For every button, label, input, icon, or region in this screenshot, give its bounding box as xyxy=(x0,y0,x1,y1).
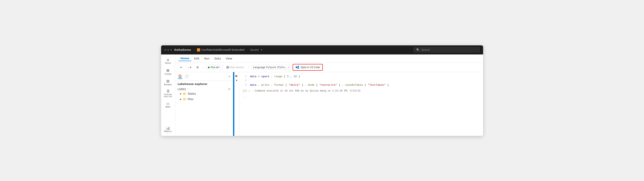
check-icon: ✓ xyxy=(248,89,250,93)
vscode-icon xyxy=(296,65,299,69)
saved-caret: ▾ xyxy=(261,49,262,51)
collapse-panel-btn[interactable]: « xyxy=(228,75,230,78)
apps-icon: ⚏ xyxy=(166,102,170,105)
lh-row: LH001 ♡ ⇄ xyxy=(175,87,233,91)
cell-expand-button[interactable]: ▾ xyxy=(236,79,238,82)
search-icon: 🔍 xyxy=(416,48,420,51)
right-panel: Home Edit Run Data View ✏ ↓ ▾ ⚙ xyxy=(175,55,483,136)
sidebar-label-home: Home xyxy=(165,62,171,64)
title-sep-1: | xyxy=(194,48,194,51)
files-label: Files xyxy=(188,98,194,101)
line-num-3: 3 xyxy=(242,83,247,87)
sidebar-item-browse[interactable]: ⊞ Browse xyxy=(162,78,174,87)
menu-item-edit[interactable]: Edit xyxy=(192,56,202,61)
code-section: ▶ ▾ 1 data = spark . range xyxy=(233,72,483,136)
dot-2 xyxy=(167,49,169,51)
files-caret-icon: ▶ xyxy=(180,98,182,100)
settings-btn[interactable]: ⚙ xyxy=(194,65,200,70)
menu-item-run[interactable]: Run xyxy=(202,56,212,61)
sidebar-label-metrics: Metrics xyxy=(164,130,172,132)
language-caret-icon: ▾ xyxy=(288,66,289,68)
metrics-icon: 📊 xyxy=(166,126,170,130)
line-num-1: 1 xyxy=(242,75,247,79)
sidebar-item-home[interactable]: ⌂ Home xyxy=(162,56,174,66)
dots-line: ... xyxy=(242,94,480,100)
open-vscode-label: Open in VS Code xyxy=(300,66,320,69)
run-all-label: Run all xyxy=(211,66,218,69)
explorer-panel: 🏠 📄 « Lakehouse explorer LH001 ♡ ⇄ ▶ 📁 xyxy=(175,72,233,136)
language-value: PySpark (Pytho... xyxy=(266,66,288,69)
line-num-2: 2 xyxy=(242,79,247,83)
lh-name: LH001 xyxy=(178,88,186,91)
tables-label: Tables xyxy=(188,92,196,95)
download-caret-icon: ▾ xyxy=(190,66,191,69)
output-text: - Command executed in 19 sec 608 ms by Q… xyxy=(252,89,360,93)
main-content: ⌂ Home ⊕ Create ⊞ Browse 🗄 OneLake data … xyxy=(161,55,483,136)
language-key: Language xyxy=(253,66,265,69)
menu-item-home[interactable]: Home xyxy=(178,56,191,61)
title-bar: DeltaDemo | 🛡 Confidential\Microsoft Ext… xyxy=(161,45,483,55)
code-line-1: 1 data = spark . range ( 5 , 10 xyxy=(242,75,480,79)
sidebar-label-create: Create xyxy=(164,73,171,75)
saved-label: Saved xyxy=(250,48,258,51)
window-dots xyxy=(164,49,172,51)
explorer-title: Lakehouse explorer xyxy=(175,82,233,87)
toolbar: ✏ ↓ ▾ ⚙ ▶ Run all ▾ Stop session xyxy=(175,63,483,72)
sidebar-label-browse: Browse xyxy=(164,83,172,86)
gear-icon: ⚙ xyxy=(196,66,199,69)
create-icon: ⊕ xyxy=(166,68,170,73)
open-vscode-button[interactable]: Open in VS Code xyxy=(293,64,322,71)
code-line-3: 3 data . write . format ( "delta" ) . xyxy=(242,83,480,87)
browse-icon: ⊞ xyxy=(166,79,170,83)
sidebar: ⌂ Home ⊕ Create ⊞ Browse 🗄 OneLake data … xyxy=(161,55,175,136)
dot-1 xyxy=(164,49,166,51)
code-content-1: data = spark . range ( 5 , 10 ) xyxy=(250,75,300,79)
cell-controls: ▶ ▾ xyxy=(234,72,239,136)
lh-refresh-icon[interactable]: ⇄ xyxy=(228,88,230,91)
play-icon: ▶ xyxy=(208,66,210,69)
menu-bar: Home Edit Run Data View xyxy=(175,55,483,63)
stop-session-button[interactable]: Stop session xyxy=(224,65,246,70)
lakehouse-icon-btn[interactable]: 🏠 xyxy=(178,74,182,79)
download-btn[interactable]: ↓ ▾ xyxy=(186,65,193,70)
sidebar-item-apps[interactable]: ⚏ Apps xyxy=(162,100,174,110)
lh-pin-icon[interactable]: ♡ xyxy=(187,88,190,91)
sidebar-item-create[interactable]: ⊕ Create xyxy=(162,67,174,77)
menu-item-view[interactable]: View xyxy=(224,56,234,61)
stop-icon xyxy=(226,66,229,69)
explorer-top-icons: 🏠 📄 « xyxy=(175,74,233,81)
edit-icon: ✏ xyxy=(180,66,182,69)
output-line: [2] ✓ - Command executed in 19 sec 608 m… xyxy=(242,88,480,94)
toolbar-sep-2 xyxy=(248,65,249,69)
code-content-3: data . write . format ( "delta" ) . mode xyxy=(250,83,389,87)
files-folder-icon: 📁 xyxy=(183,98,186,101)
edit-toolbar-btn[interactable]: ✏ xyxy=(178,65,184,70)
cell-run-button[interactable]: ▶ xyxy=(235,74,238,78)
search-box[interactable]: 🔍 xyxy=(414,47,480,52)
sidebar-item-metrics[interactable]: 📊 Metrics xyxy=(162,125,174,134)
shield-icon: 🛡 xyxy=(197,48,200,52)
home-icon: ⌂ xyxy=(167,58,169,62)
toolbar-sep-1 xyxy=(203,65,203,69)
app-name: DeltaDemo xyxy=(174,48,191,51)
app-window: DeltaDemo | 🛡 Confidential\Microsoft Ext… xyxy=(161,45,483,136)
code-editor[interactable]: 1 data = spark . range ( 5 , 10 xyxy=(239,72,483,136)
run-all-button[interactable]: ▶ Run all ▾ xyxy=(206,65,223,70)
code-line-2: 2 xyxy=(242,79,480,83)
run-all-caret-icon: ▾ xyxy=(220,66,220,68)
sidebar-label-onelake: OneLake data hub xyxy=(163,93,173,98)
title-sep-2: · xyxy=(247,48,248,51)
output-bracket: [2] xyxy=(242,89,247,93)
language-selector[interactable]: Language PySpark (Pytho... ▾ xyxy=(251,65,291,70)
sidebar-label-apps: Apps xyxy=(166,106,170,108)
stop-session-label: Stop session xyxy=(230,66,244,69)
onelake-icon: 🗄 xyxy=(166,90,170,93)
search-input[interactable] xyxy=(421,48,477,51)
tree-item-tables[interactable]: ▶ 📁 Tables xyxy=(175,91,233,96)
file-icon-btn[interactable]: 📄 xyxy=(184,74,189,79)
sidebar-item-onelake[interactable]: 🗄 OneLake data hub xyxy=(162,88,174,100)
tables-folder-icon: 📁 xyxy=(183,92,186,95)
menu-item-data[interactable]: Data xyxy=(212,56,223,61)
confidential-label: 🛡 Confidential\Microsoft Extended xyxy=(197,48,244,52)
tree-item-files[interactable]: ▶ 📁 Files xyxy=(175,96,233,102)
